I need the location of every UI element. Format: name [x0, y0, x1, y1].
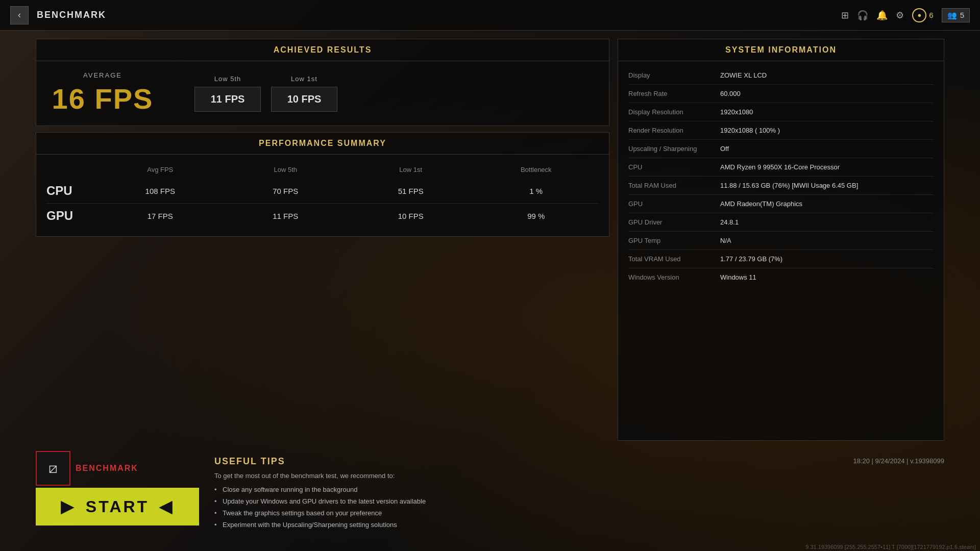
sysinfo-display: Display ZOWIE XL LCD: [628, 66, 934, 85]
perf-header-row: Avg FPS Low 5th Low 1st Bottleneck: [46, 163, 599, 179]
coin-icon: ●: [912, 8, 926, 22]
benchmark-icon: ⧄: [36, 451, 70, 486]
bench-icon-row: ⧄ BENCHMARK: [36, 451, 199, 486]
sysinfo-cpu-key: CPU: [628, 163, 720, 171]
gpu-avg: 17 FPS: [97, 212, 223, 220]
tip-2: Update your Windows and GPU drivers to t…: [214, 495, 944, 507]
sysinfo-display-res-key: Display Resolution: [628, 108, 720, 116]
low1-box: Low 1st 10 FPS: [271, 75, 337, 112]
debug-info: 9.31.19398099 [255.255.2557•11] T [7000]…: [801, 543, 980, 551]
achieved-results-title: ACHIEVED RESULTS: [36, 39, 609, 61]
sysinfo-refresh-val: 60.000: [720, 90, 934, 97]
benchmark-label: BENCHMARK: [76, 464, 138, 473]
sysinfo-upscaling-key: Upscaling / Sharpening: [628, 145, 720, 153]
coins-badge[interactable]: ● 6: [912, 8, 933, 22]
sysinfo-cpu: CPU AMD Ryzen 9 9950X 16-Core Processor: [628, 158, 934, 177]
gpu-low5: 11 FPS: [223, 212, 349, 220]
sysinfo-render-res: Render Resolution 1920x1088 ( 100% ): [628, 121, 934, 140]
cpu-bottleneck: 1 %: [474, 187, 599, 195]
sysinfo-windows-val: Windows 11: [720, 273, 934, 281]
average-block: AVERAGE 16 FPS: [52, 71, 154, 115]
system-info-title: SYSTEM INFORMATION: [618, 39, 944, 61]
sysinfo-ram-key: Total RAM Used: [628, 182, 720, 189]
tips-list: Close any software running in the backgr…: [214, 484, 944, 531]
timestamp-text: 18:20 | 9/24/2024 | v.19398099: [853, 457, 944, 465]
sysinfo-render-res-val: 1920x1088 ( 100% ): [720, 127, 934, 134]
gear-icon[interactable]: ⚙: [896, 10, 904, 21]
sysinfo-gpu-val: AMD Radeon(TM) Graphics: [720, 200, 934, 208]
low5-value: 11 FPS: [194, 87, 261, 112]
tips-intro: To get the most out of the benchmark tes…: [214, 472, 944, 480]
topbar-right: ⊞ 🎧 🔔 ⚙ ● 6 👥 5: [841, 8, 970, 22]
gpu-label: GPU: [46, 209, 97, 223]
sysinfo-gpu-driver: GPU Driver 24.8.1: [628, 213, 934, 232]
tips-block: USEFUL TIPS To get the most out of the b…: [214, 451, 944, 536]
start-arrow-left: ▶: [61, 497, 76, 516]
players-count: 5: [960, 11, 964, 19]
tips-title: USEFUL TIPS: [214, 456, 944, 467]
start-button[interactable]: ▶ START ◀: [36, 488, 199, 525]
sysinfo-ram-val: 11.88 / 15.63 GB (76%) [MWII Usage 6.45 …: [720, 182, 934, 189]
back-button[interactable]: ‹: [10, 6, 29, 24]
bottom-area: ⧄ BENCHMARK ▶ START ◀ USEFUL TIPS To get…: [0, 451, 980, 536]
start-label: START: [86, 497, 149, 516]
players-icon: 👥: [947, 11, 957, 20]
sysinfo-gpu-temp-key: GPU Temp: [628, 237, 720, 244]
sysinfo-table: Display ZOWIE XL LCD Refresh Rate 60.000…: [618, 61, 944, 291]
grid-icon[interactable]: ⊞: [841, 10, 849, 21]
sysinfo-gpu-driver-key: GPU Driver: [628, 218, 720, 226]
tip-4: Experiment with the Upscaling/Sharpening…: [214, 519, 944, 531]
sysinfo-refresh-key: Refresh Rate: [628, 90, 720, 97]
col-header-low5: Low 5th: [223, 166, 349, 173]
results-content: AVERAGE 16 FPS Low 5th 11 FPS Low 1st 10…: [36, 61, 609, 126]
average-label: AVERAGE: [52, 71, 154, 79]
sysinfo-display-val: ZOWIE XL LCD: [720, 71, 934, 79]
sysinfo-display-res: Display Resolution 980x551: [628, 103, 934, 121]
col-header-bottleneck: Bottleneck: [474, 166, 599, 173]
cpu-label: CPU: [46, 184, 97, 198]
sysinfo-upscaling-val: Off: [720, 145, 934, 153]
sysinfo-gpu-driver-val: 24.8.1: [720, 218, 934, 226]
sysinfo-upscaling: Upscaling / Sharpening Off: [628, 140, 934, 158]
tip-3: Tweak the graphics settings based on you…: [214, 507, 944, 519]
sysinfo-vram-key: Total VRAM Used: [628, 255, 720, 263]
sysinfo-gpu: GPU AMD Radeon(TM) Graphics: [628, 195, 934, 213]
topbar: ‹ BENCHMARK ⊞ 🎧 🔔 ⚙ ● 6 👥 5: [0, 0, 980, 31]
perf-row-cpu: CPU 108 FPS 70 FPS 51 FPS 1 %: [46, 179, 599, 204]
sysinfo-refresh: Refresh Rate 60.000: [628, 85, 934, 103]
sysinfo-gpu-temp: GPU Temp N/A: [628, 232, 934, 250]
main-area: ACHIEVED RESULTS AVERAGE 16 FPS Low 5th …: [0, 31, 980, 449]
gpu-bottleneck: 99 %: [474, 212, 599, 220]
timestamp: 18:20 | 9/24/2024 | v.19398099: [853, 456, 944, 465]
perf-table: Avg FPS Low 5th Low 1st Bottleneck CPU 1…: [36, 155, 609, 236]
sysinfo-gpu-key: GPU: [628, 200, 720, 208]
sysinfo-vram: Total VRAM Used 1.77 / 23.79 GB (7%): [628, 250, 934, 268]
gpu-low1: 10 FPS: [348, 212, 474, 220]
bell-icon[interactable]: 🔔: [876, 10, 888, 21]
tip-1: Close any software running in the backgr…: [214, 484, 944, 495]
benchmark-icon-symbol: ⧄: [48, 460, 58, 477]
low1-label: Low 1st: [271, 75, 337, 83]
headphones-icon[interactable]: 🎧: [857, 10, 868, 21]
coin-count: 6: [929, 11, 933, 19]
achieved-results-panel: ACHIEVED RESULTS AVERAGE 16 FPS Low 5th …: [36, 39, 609, 126]
players-button[interactable]: 👥 5: [942, 8, 970, 22]
back-icon: ‹: [18, 10, 21, 20]
sysinfo-gpu-temp-val: N/A: [720, 237, 934, 244]
sysinfo-display-key: Display: [628, 71, 720, 79]
cpu-low5: 70 FPS: [223, 187, 349, 195]
cpu-low1: 51 FPS: [348, 187, 474, 195]
perf-row-gpu: GPU 17 FPS 11 FPS 10 FPS 99 %: [46, 204, 599, 228]
sysinfo-windows: Windows Version Windows 11: [628, 268, 934, 286]
sysinfo-vram-val: 1.77 / 23.79 GB (7%): [720, 255, 934, 263]
low1-value: 10 FPS: [271, 87, 337, 112]
sysinfo-windows-key: Windows Version: [628, 273, 720, 281]
performance-summary-panel: PERFORMANCE SUMMARY Avg FPS Low 5th Low …: [36, 132, 609, 237]
fps-boxes: Low 5th 11 FPS Low 1st 10 FPS: [194, 75, 337, 112]
cpu-avg: 108 FPS: [97, 187, 223, 195]
sysinfo-render-res-key: Render Resolution: [628, 127, 720, 134]
page-title: BENCHMARK: [37, 10, 841, 20]
sysinfo-ram: Total RAM Used 11.88 / 15.63 GB (76%) [M…: [628, 177, 934, 195]
average-fps: 16 FPS: [52, 82, 154, 115]
sysinfo-display-res-val: 980x551: [720, 108, 934, 116]
